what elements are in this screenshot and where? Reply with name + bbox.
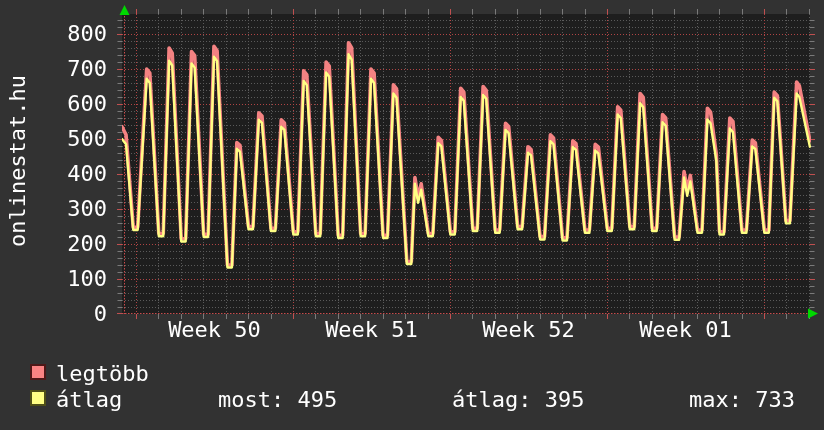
y-axis-tick-label: 600 bbox=[67, 92, 107, 116]
y-axis-tick-label: 500 bbox=[67, 127, 107, 151]
y-axis-tick-label: 100 bbox=[67, 267, 107, 291]
y-axis-tick-label: 700 bbox=[67, 57, 107, 81]
x-axis-week-label: Week 01 bbox=[639, 318, 732, 342]
x-axis-week-label: Week 52 bbox=[482, 318, 575, 342]
stat-most: most: 495 bbox=[218, 388, 337, 412]
y-axis-tick-label: 0 bbox=[94, 302, 107, 326]
x-axis-week-label: Week 50 bbox=[168, 318, 261, 342]
legend-swatch-atlag bbox=[30, 390, 46, 406]
site-watermark: onlinestat.hu bbox=[5, 75, 30, 247]
legend-label-legtobb: legtöbb bbox=[56, 362, 149, 386]
x-axis-week-label: Week 51 bbox=[325, 318, 418, 342]
y-axis-tick-label: 400 bbox=[67, 162, 107, 186]
onlinestat-traffic-widget: onlinestat.hu 0100200300400500600700800 … bbox=[0, 0, 824, 430]
legend-swatch-legtobb bbox=[30, 364, 46, 380]
y-axis-tick-label: 300 bbox=[67, 197, 107, 221]
y-axis-tick-label: 200 bbox=[67, 232, 107, 256]
stat-atlag: átlag: 395 bbox=[452, 388, 584, 412]
stat-max: max: 733 bbox=[689, 388, 795, 412]
y-axis-tick-label: 800 bbox=[67, 22, 107, 46]
legend-label-atlag: átlag bbox=[56, 388, 122, 412]
